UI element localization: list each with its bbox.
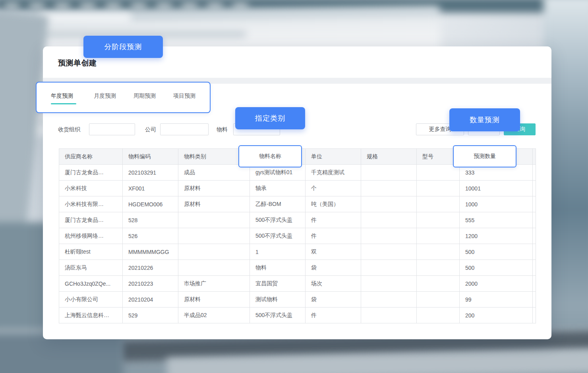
table-cell: HGDEMO006	[123, 196, 178, 212]
table-cell	[533, 181, 536, 196]
table-cell	[533, 292, 536, 308]
table-cell: 杭州移领网络…	[59, 228, 123, 244]
table-cell	[417, 308, 460, 323]
table-cell	[417, 244, 460, 260]
table-cell	[361, 292, 417, 308]
table-cell: 杜昕颐test	[59, 244, 123, 260]
receiving-org-input[interactable]	[89, 123, 135, 135]
table-cell: 20210226	[123, 260, 178, 276]
table-cell: 1000	[460, 196, 533, 212]
table-cell: 市场推广	[178, 276, 250, 292]
table-cell: 500	[460, 260, 533, 276]
table-cell: 202103291	[123, 165, 178, 181]
active-tab-underline	[51, 103, 76, 104]
quantity-forecast-badge: 数量预测	[449, 108, 520, 131]
table-cell: 厦门古龙食品…	[59, 212, 123, 228]
table-cell: 小米科技有限…	[59, 196, 123, 212]
table-row[interactable]: 上海甄云信息科…529半成品02500不浮式头盖件200	[59, 308, 536, 323]
table-cell: 529	[123, 308, 178, 323]
table-cell	[361, 181, 417, 196]
background-browser-tab	[40, 13, 131, 23]
table-row[interactable]: 汤臣东马20210226物料袋500	[59, 260, 536, 276]
table-cell: 场次	[306, 276, 361, 292]
table-cell: 厦门古龙食品…	[59, 165, 123, 181]
tab-period-forecast[interactable]: 周期预测	[133, 92, 156, 106]
table-cell: 555	[460, 212, 533, 228]
tab-project-forecast[interactable]: 项目预测	[173, 92, 195, 106]
table-cell	[533, 165, 536, 181]
phased-forecast-badge: 分阶段预测	[83, 36, 163, 58]
tab-annual-forecast[interactable]: 年度预测	[51, 92, 76, 106]
table-cell: 500不浮式头盖	[250, 212, 306, 228]
material-label: 物料	[217, 123, 228, 135]
table-cell: 小小有限公司	[59, 292, 123, 308]
table-cell: 上海甄云信息科…	[59, 308, 123, 323]
table-row[interactable]: 杭州移领网络…526500不浮式头盖件1200	[59, 228, 536, 244]
table-cell: 测试物料	[250, 292, 306, 308]
table-cell	[178, 244, 250, 260]
table-cell: 500	[460, 244, 533, 260]
column-header: 单位	[306, 149, 361, 165]
background-menubar-text	[4, 4, 258, 9]
table-cell: 汤臣东马	[59, 260, 123, 276]
table-cell: 双	[306, 244, 361, 260]
table-cell: 1	[250, 244, 306, 260]
table-cell: 物料	[250, 260, 306, 276]
table-cell	[533, 228, 536, 244]
table-cell: 原材料	[178, 196, 250, 212]
table-cell	[417, 276, 460, 292]
forecast-table-wrap: 供应商名称物料编码物料类别单位规格型号厦门古龙食品…202103291成品gys…	[59, 148, 536, 323]
table-cell: 小米科技	[59, 181, 123, 196]
page-title: 预测单创建	[58, 58, 97, 68]
table-cell: 袋	[306, 260, 361, 276]
receiving-org-label: 收货组织	[58, 123, 80, 135]
table-cell	[178, 260, 250, 276]
table-cell	[533, 212, 536, 228]
company-input[interactable]	[160, 123, 209, 135]
column-header: 规格	[361, 149, 417, 165]
table-cell: 528	[123, 212, 178, 228]
table-row[interactable]: 小米科技XF001原材料轴承个10001	[59, 181, 536, 196]
tabs-callout: 年度预测 月度预测 周期预测 项目预测	[36, 82, 211, 113]
table-cell	[361, 196, 417, 212]
table-cell: 20210223	[123, 276, 178, 292]
table-cell: 526	[123, 228, 178, 244]
table-cell	[361, 308, 417, 323]
table-cell	[417, 165, 460, 181]
column-header	[533, 149, 536, 165]
table-cell	[533, 308, 536, 323]
table-row[interactable]: 小米科技有限…HGDEMO006原材料乙醇-BOM吨（美国）1000	[59, 196, 536, 212]
table-row[interactable]: GCHo3Jzq0ZQe...20210223市场推广宜昌国贸场次2000	[59, 276, 536, 292]
tab-label: 月度预测	[94, 92, 116, 100]
table-cell	[417, 196, 460, 212]
table-cell	[417, 292, 460, 308]
table-cell: 袋	[306, 292, 361, 308]
material-name-header-callout: 物料名称	[238, 145, 302, 167]
table-cell	[361, 276, 417, 292]
background-desk	[0, 334, 123, 373]
table-cell	[417, 228, 460, 244]
table-cell	[178, 212, 250, 228]
table-cell: 2000	[460, 276, 533, 292]
tab-label: 周期预测	[133, 92, 156, 100]
table-cell: 10001	[460, 181, 533, 196]
table-cell	[533, 276, 536, 292]
table-cell: 500不浮式头盖	[250, 228, 306, 244]
table-cell: 件	[306, 308, 361, 323]
table-cell: 乙醇-BOM	[250, 196, 306, 212]
table-cell: 轴承	[250, 181, 306, 196]
table-row[interactable]: 杜昕颐testMMMMMMGGG1双500	[59, 244, 536, 260]
table-cell: 件	[306, 212, 361, 228]
table-cell: 宜昌国贸	[250, 276, 306, 292]
screenshot-stage: 预测单创建 收货组织 公司 物料 更多查询 查询 供应商名称物料编码物料类别单位…	[0, 0, 588, 373]
table-row[interactable]: 小小有限公司20210204原材料测试物料袋99	[59, 292, 536, 308]
tab-label: 年度预测	[51, 92, 73, 100]
table-cell	[417, 181, 460, 196]
table-cell	[417, 212, 460, 228]
table-cell: 半成品02	[178, 308, 250, 323]
table-cell	[533, 196, 536, 212]
table-cell	[361, 165, 417, 181]
tab-monthly-forecast[interactable]: 月度预测	[94, 92, 116, 106]
table-cell	[361, 228, 417, 244]
table-row[interactable]: 厦门古龙食品…528500不浮式头盖件555	[59, 212, 536, 228]
